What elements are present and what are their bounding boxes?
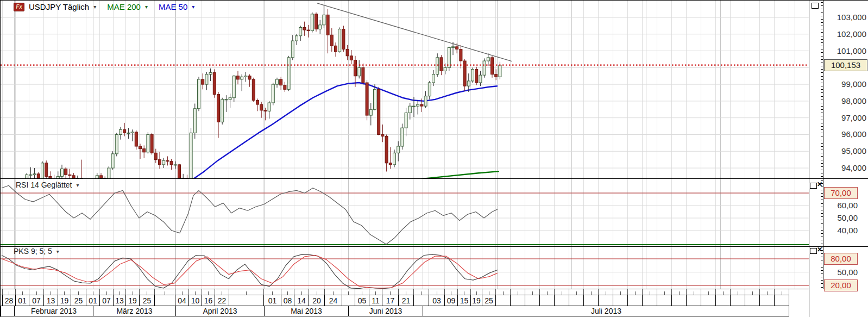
day-cell	[342, 295, 355, 306]
plot-right-border	[809, 1, 809, 317]
day-cell: 25	[139, 295, 154, 306]
chevron-down-icon[interactable]: ▾	[56, 248, 59, 254]
axis-tick	[382, 289, 382, 295]
day-cell	[569, 295, 583, 306]
chevron-down-icon[interactable]: ▾	[77, 182, 79, 188]
ruler-tick	[821, 2, 823, 3]
day-cell: 14	[294, 295, 309, 306]
ruler-tick	[821, 220, 823, 220]
ruler-tick	[821, 126, 823, 127]
day-cell	[554, 295, 569, 306]
axis-tick	[457, 289, 458, 295]
axis-tick	[495, 289, 496, 295]
month-cell: April 2013	[175, 306, 264, 316]
day-cell: 24	[324, 295, 342, 306]
current-price-label: 100,153	[824, 59, 867, 71]
day-cell: 10	[188, 295, 202, 306]
pks-panel-close-button[interactable]: ✕	[817, 247, 822, 253]
indicator-mae50-label[interactable]: MAE 50	[159, 2, 187, 11]
ruler-tick	[821, 153, 823, 153]
axis-tick	[154, 289, 155, 295]
ruler-tick	[821, 66, 823, 66]
ruler-tick	[821, 156, 823, 157]
axis-tick	[229, 289, 229, 295]
ruler-tick	[821, 39, 823, 40]
chevron-down-icon[interactable]: ▾	[93, 4, 96, 10]
axis-tick	[398, 289, 399, 295]
chevron-down-icon[interactable]: ▾	[145, 4, 148, 10]
ruler-tick	[821, 210, 823, 210]
day-cell: 01	[263, 295, 281, 306]
ruler-tick	[821, 190, 823, 190]
day-cell: 09	[444, 295, 457, 306]
ruler-tick	[821, 230, 823, 231]
time-axis-day-row: 2801071319250107131925041016220108142024…	[1, 295, 789, 306]
stochastic-chart-canvas[interactable]	[1, 247, 809, 289]
axis-tick	[215, 289, 215, 295]
rsi-chart-canvas[interactable]	[1, 179, 809, 246]
ruler-tick	[821, 133, 823, 133]
axis-tick	[369, 289, 369, 295]
axis-tick	[583, 289, 584, 295]
month-cell: Juni 2013	[348, 306, 423, 316]
ruler-tick	[821, 146, 823, 147]
ruler-tick	[821, 86, 823, 86]
chevron-down-icon[interactable]: ▾	[192, 4, 194, 10]
pks-tick-label: 20,00	[824, 279, 858, 291]
axis-tick	[642, 289, 643, 295]
day-cell	[745, 295, 759, 306]
axis-tick	[539, 289, 540, 295]
day-cell	[583, 295, 598, 306]
day-cell	[229, 295, 263, 306]
axis-tick	[58, 289, 58, 295]
ruler-tick	[821, 96, 823, 97]
axis-tick	[281, 289, 281, 295]
ruler-tick	[821, 72, 823, 73]
price-tick-label: 94,000	[826, 163, 866, 172]
month-cell: Februar 2013	[14, 306, 93, 316]
price-tick-label: 96,000	[826, 129, 866, 139]
axis-tick	[71, 289, 71, 295]
pks-panel-title: PKS 9; 5; 5 ▾	[14, 247, 61, 256]
ruler-tick	[821, 123, 823, 123]
ruler-tick	[821, 103, 823, 103]
day-cell	[715, 295, 730, 306]
rsi-tick-label: 60,00	[826, 201, 858, 210]
price-chart-canvas[interactable]	[1, 1, 809, 178]
ruler-tick	[821, 63, 823, 63]
rsi-panel-close-button[interactable]: ✕	[817, 182, 822, 188]
pks-panel-restore-button[interactable]	[810, 248, 817, 254]
ruler-tick	[821, 166, 823, 167]
ruler-tick	[821, 22, 823, 23]
day-cell: 21	[398, 295, 413, 306]
axis-cell-border	[789, 295, 789, 306]
day-cell: 28	[2, 295, 15, 306]
ruler-tick	[821, 173, 823, 173]
ruler-tick	[821, 100, 823, 100]
ruler-tick	[821, 92, 823, 93]
rsi-panel-title: RSI 14 Geglättet ▾	[16, 181, 81, 189]
price-tick-label: 103,000	[826, 13, 866, 22]
indicator-mae200-label[interactable]: MAE 200	[107, 2, 141, 11]
day-cell	[525, 295, 539, 306]
ruler-tick	[821, 120, 823, 120]
rsi-panel-restore-button[interactable]	[810, 183, 817, 189]
day-cell: 13	[113, 295, 125, 306]
ruler-tick	[821, 227, 823, 227]
ruler-tick	[821, 129, 823, 130]
day-cell: 22	[215, 295, 229, 306]
ruler-tick	[821, 196, 823, 197]
axis-tick	[342, 289, 342, 295]
ruler-tick	[821, 160, 823, 160]
price-ruler	[823, 1, 823, 289]
ruler-tick	[821, 143, 823, 144]
axis-tick	[444, 289, 445, 295]
day-cell	[495, 295, 510, 306]
ruler-tick	[821, 109, 823, 110]
day-cell: 11	[369, 295, 382, 306]
main-panel-restore-button[interactable]	[812, 3, 819, 9]
day-cell: 19	[125, 295, 139, 306]
ruler-tick	[821, 244, 823, 244]
price-tick-label: 97,000	[826, 113, 866, 122]
ruler-tick	[821, 207, 823, 207]
